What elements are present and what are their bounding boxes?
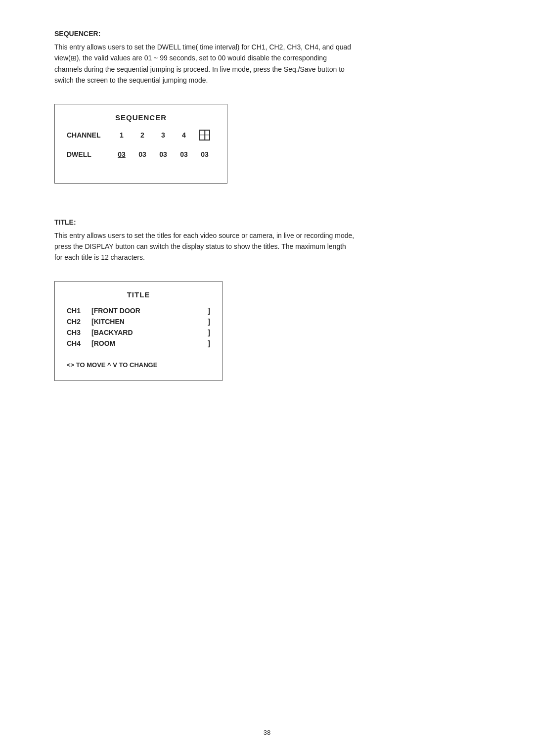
title-ch4-row: CH4 [ROOM ] (67, 339, 210, 347)
channel-col-1: 1 (111, 131, 132, 139)
title-ch2-value: [KITCHEN (91, 318, 208, 326)
channel-col-3: 3 (153, 131, 174, 139)
sequencer-dwell-row: DWELL 03 03 03 03 03 (67, 150, 215, 158)
title-heading: TITLE: (54, 218, 480, 226)
title-ch4-label: CH4 (67, 339, 91, 347)
dwell-col-2: 03 (153, 150, 174, 158)
title-ch1-row: CH1 [FRONT DOOR ] (67, 307, 210, 315)
title-ch2-row: CH2 [KITCHEN ] (67, 318, 210, 326)
title-ch3-bracket: ] (208, 329, 210, 336)
title-ch3-value: [BACKYARD (91, 329, 208, 336)
title-ch4-value: [ROOM (91, 339, 208, 347)
title-ch3-label: CH3 (67, 329, 91, 336)
dwell-col-0: 03 (111, 150, 132, 158)
dwell-col-4: 03 (194, 150, 215, 158)
title-nav: <> TO MOVE ^ V TO CHANGE (67, 361, 210, 369)
title-ch1-value: [FRONT DOOR (91, 307, 208, 315)
channel-col-4: 4 (174, 131, 194, 139)
title-box: TITLE CH1 [FRONT DOOR ] CH2 [KITCHEN ] C… (54, 281, 222, 381)
title-box-title: TITLE (67, 290, 210, 299)
title-ch4-bracket: ] (208, 339, 210, 347)
sequencer-box-title: SEQUENCER (67, 113, 215, 122)
sequencer-box: SEQUENCER CHANNEL 1 2 3 4 DWELL 03 03 03… (54, 104, 227, 184)
sequencer-body: This entry allows users to set the DWELL… (54, 42, 480, 86)
sequencer-channel-row: CHANNEL 1 2 3 4 (67, 130, 215, 141)
title-ch1-bracket: ] (208, 307, 210, 315)
title-ch1-label: CH1 (67, 307, 91, 315)
title-body: This entry allows users to set the title… (54, 230, 480, 263)
channel-col-2: 2 (132, 131, 153, 139)
dwell-label: DWELL (67, 150, 111, 158)
sequencer-section: SEQUENCER: This entry allows users to se… (54, 30, 480, 203)
title-section: TITLE: This entry allows users to set th… (54, 218, 480, 391)
sequencer-heading: SEQUENCER: (54, 30, 480, 38)
dwell-col-1: 03 (132, 150, 153, 158)
title-ch2-label: CH2 (67, 318, 91, 326)
title-ch2-bracket: ] (208, 318, 210, 326)
dwell-col-3: 03 (174, 150, 194, 158)
quad-view-icon (199, 130, 210, 141)
quad-icon-col (194, 130, 215, 141)
title-ch3-row: CH3 [BACKYARD ] (67, 329, 210, 336)
channel-label: CHANNEL (67, 131, 111, 139)
page-number: 38 (264, 729, 270, 736)
